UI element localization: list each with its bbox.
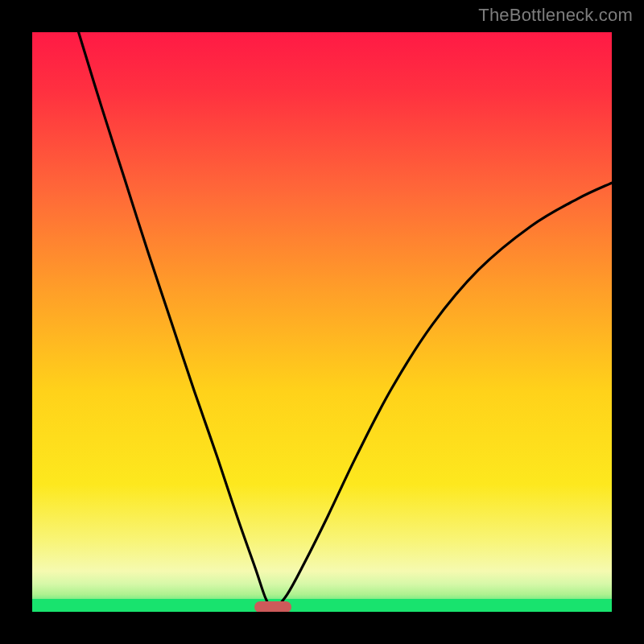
minimum-marker	[254, 601, 291, 612]
plot-area	[32, 32, 612, 612]
curve-left-branch	[79, 32, 273, 612]
watermark-text: TheBottleneck.com	[478, 5, 633, 26]
chart-frame: TheBottleneck.com	[0, 0, 644, 644]
curve-right-branch	[273, 183, 612, 612]
bottleneck-curve	[32, 32, 612, 612]
